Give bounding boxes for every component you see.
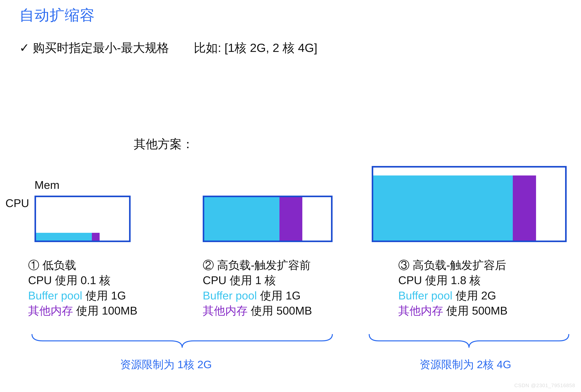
desc-high-after: ③ 高负载-触发扩容后 CPU 使用 1.8 核 Buffer pool 使用 … (398, 258, 508, 318)
buffer-pool-label: Buffer pool (28, 289, 82, 302)
desc-high-before: ② 高负载-触发扩容前 CPU 使用 1 核 Buffer pool 使用 1G… (203, 258, 312, 318)
desc-title: 高负载-触发扩容后 (412, 259, 506, 271)
desc-num: ② (203, 259, 214, 271)
group-2-label: 资源限制为 2核 4G (420, 357, 511, 372)
spec-line: ✓ 购买时指定最小-最大规格 (20, 40, 169, 56)
cpu-usage-line: CPU 使用 1 核 (203, 273, 312, 288)
cpu-usage-line: CPU 使用 1.8 核 (398, 273, 508, 288)
cpu-axis-label: CPU (6, 197, 29, 210)
other-mem-bar (513, 175, 536, 241)
other-mem-label: 其他内存 (203, 304, 248, 317)
page-title: 自动扩缩容 (20, 5, 95, 25)
other-mem-bar (280, 197, 302, 241)
buffer-pool-bar (36, 233, 92, 241)
buffer-pool-label: Buffer pool (203, 289, 257, 302)
buffer-pool-bar (373, 175, 513, 241)
desc-low-load: ① 低负载 CPU 使用 0.1 核 Buffer pool 使用 1G 其他内… (28, 258, 138, 318)
watermark: CSDN @2301_79516858 (514, 383, 575, 389)
buffer-pool-label: Buffer pool (398, 289, 452, 302)
brace-group-1 (31, 333, 333, 349)
limit-value: 为 2核 4G (463, 358, 511, 371)
other-mem-value: 使用 500MB (443, 304, 508, 317)
desc-title: 低负载 (42, 259, 76, 271)
cpu-usage-line: CPU 使用 0.1 核 (28, 273, 138, 288)
buffer-pool-bar (204, 197, 280, 241)
other-mem-value: 使用 100MB (73, 304, 138, 317)
chart-high-before (203, 196, 332, 242)
mem-axis-label: Mem (34, 178, 60, 191)
desc-num: ③ (398, 259, 410, 271)
buffer-pool-value: 使用 1G (257, 289, 300, 302)
buffer-pool-value: 使用 1G (82, 289, 126, 302)
buffer-pool-value: 使用 2G (452, 289, 496, 302)
desc-title: 高负载-触发扩容前 (217, 259, 311, 271)
limit-prefix: 资源限制 (120, 358, 164, 371)
other-schemes-label: 其他方案： (134, 136, 194, 152)
other-mem-label: 其他内存 (398, 304, 443, 317)
limit-prefix: 资源限制 (420, 358, 463, 371)
chart-low-load (34, 196, 130, 242)
chart-high-after (372, 166, 567, 242)
other-mem-value: 使用 500MB (248, 304, 312, 317)
group-1-label: 资源限制为 1核 2G (120, 357, 212, 372)
brace-group-2 (368, 333, 570, 349)
other-mem-bar (92, 233, 100, 241)
limit-value: 为 1核 2G (164, 358, 212, 371)
other-mem-label: 其他内存 (28, 304, 73, 317)
desc-num: ① (28, 259, 39, 271)
example-line: 比如: [1核 2G, 2 核 4G] (194, 40, 317, 56)
